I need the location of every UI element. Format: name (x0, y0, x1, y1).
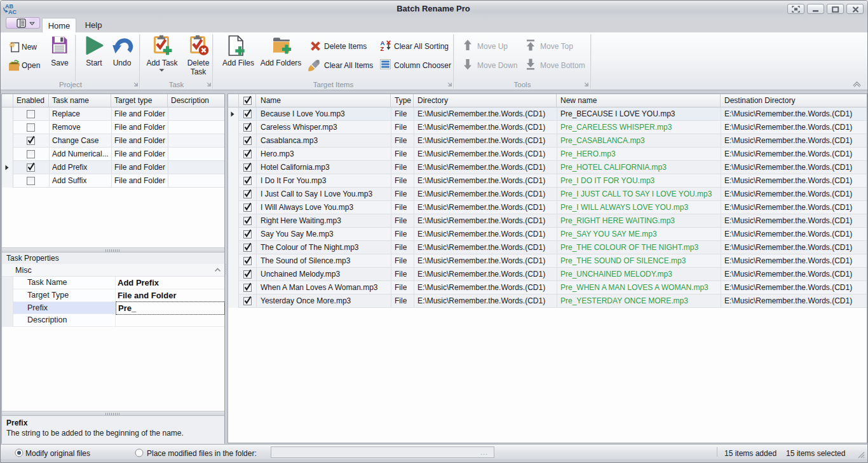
svg-text:Z: Z (381, 45, 384, 52)
